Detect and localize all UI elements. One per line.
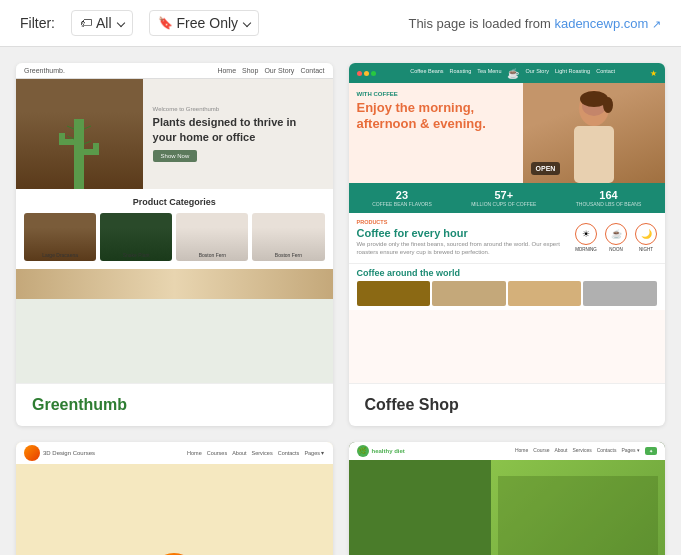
filter-controls: Filter: 🏷 All 🔖 Free Only — [20, 10, 259, 36]
cs-nav-dots — [357, 71, 376, 76]
cs-morning-icon: ☀ MORNING — [575, 223, 597, 252]
coffee-preview-container: Coffee Beans Roasting Tea Menu ☕ Our Sto… — [349, 63, 666, 383]
svg-line-7 — [84, 126, 91, 129]
cs-hero-heading: Enjoy the morning, afternoon & evening. — [357, 100, 515, 131]
gt-hero-heading: Plants designed to thrive in your home o… — [153, 115, 323, 144]
healthy-preview-container: 🌿 healthy diet Home Course About Service… — [349, 442, 666, 555]
coffee-shop-title: Coffee Shop — [365, 396, 459, 413]
cs-hero: With Coffee Enjoy the morning, afternoon… — [349, 83, 666, 183]
hp-nav: 🌿 healthy diet Home Course About Service… — [349, 442, 666, 460]
cs-thumb-2 — [432, 281, 506, 306]
gt-nav: Greenthumb. Home Shop Our Story Contact — [16, 63, 333, 79]
cs-hero-img: OPEN — [523, 83, 665, 183]
chevron-down-icon — [116, 19, 124, 27]
cs-time-icons: ☀ MORNING ☕ NOON 🌙 NIGHT — [575, 223, 657, 252]
svg-rect-10 — [574, 126, 614, 183]
gt-cat-title: Product Categories — [24, 197, 325, 207]
dot-green — [371, 71, 376, 76]
gt-cat-grid: Large Dracaena Snake Plant Boston Fern B… — [24, 213, 325, 261]
svg-line-6 — [67, 136, 74, 139]
card-coffee-shop[interactable]: Coffee Beans Roasting Tea Menu ☕ Our Sto… — [349, 63, 666, 426]
gt-shop-btn: Show Now — [153, 150, 198, 162]
kadence-info: This page is loaded from kadencewp.com ↗ — [408, 14, 661, 32]
cs-middle-title: Coffee for every hour — [357, 227, 576, 239]
kickstart-preview-container: 3D Design Courses Home Courses About Ser… — [16, 442, 333, 555]
template-grid: Greenthumb. Home Shop Our Story Contact — [0, 47, 681, 555]
hp-hero: Eat Healthy – Live Healthy Today — [349, 460, 666, 555]
gt-brand: Greenthumb. — [24, 67, 65, 74]
filter-all-button[interactable]: 🏷 All — [71, 10, 133, 36]
card-kickstart[interactable]: 3D Design Courses Home Courses About Ser… — [16, 442, 333, 555]
svg-rect-28 — [498, 476, 658, 555]
free-only-label: Free Only — [177, 15, 238, 31]
greenthumb-title: Greenthumb — [32, 396, 127, 413]
kadence-link[interactable]: kadencewp.com ↗ — [554, 16, 661, 31]
svg-line-5 — [67, 126, 74, 129]
svg-rect-4 — [93, 143, 99, 155]
gt-hero: Welcome to Greenthumb Plants designed to… — [16, 79, 333, 189]
cs-noon-icon: ☕ NOON — [605, 223, 627, 252]
cs-thumb-1 — [357, 281, 431, 306]
card-greenthumb[interactable]: Greenthumb. Home Shop Our Story Contact — [16, 63, 333, 426]
gt-cat-4: Boston Fern — [252, 213, 324, 261]
all-label: All — [96, 15, 112, 31]
gt-cat-1: Large Dracaena — [24, 213, 96, 261]
gt-cat-2: Snake Plant — [100, 213, 172, 261]
cs-stats: 23 COFFEE BEAN FLAVORS 57+ MILLION CUPS … — [349, 183, 666, 213]
gt-hero-text: Welcome to Greenthumb Plants designed to… — [143, 79, 333, 189]
kickstart-mockup: 3D Design Courses Home Courses About Ser… — [16, 442, 333, 555]
cs-thumb-4 — [583, 281, 657, 306]
cs-image-row — [357, 281, 658, 306]
cs-middle-desc: We provide only the finest beans, source… — [357, 241, 576, 257]
cs-premium-badge: ★ — [650, 69, 657, 78]
svg-rect-2 — [59, 133, 65, 145]
cs-middle: Products Coffee for every hour We provid… — [349, 213, 666, 263]
cs-person-image: OPEN — [523, 83, 665, 183]
greenthumb-mockup: Greenthumb. Home Shop Our Story Contact — [16, 63, 333, 383]
gt-bottom-strip — [16, 269, 333, 299]
cs-subtitle: With Coffee — [357, 91, 515, 97]
greenthumb-preview: Greenthumb. Home Shop Our Story Contact — [16, 63, 333, 383]
external-link-icon: ↗ — [652, 18, 661, 30]
chevron-down-free-icon — [243, 19, 251, 27]
card-healthy[interactable]: 🌿 healthy diet Home Course About Service… — [349, 442, 666, 555]
ks-nav: 3D Design Courses Home Courses About Ser… — [16, 442, 333, 464]
cs-night-icon: 🌙 NIGHT — [635, 223, 657, 252]
healthy-mockup: 🌿 healthy diet Home Course About Service… — [349, 442, 666, 555]
tag-icon: 🏷 — [80, 16, 92, 30]
filter-free-only-button[interactable]: 🔖 Free Only — [149, 10, 259, 36]
coffee-shop-footer: Coffee Shop — [349, 383, 666, 426]
svg-point-13 — [603, 97, 613, 113]
hp-content: Eat Healthy – Live Healthy Today — [349, 460, 491, 555]
dot-yellow — [364, 71, 369, 76]
svg-rect-0 — [74, 119, 84, 189]
top-bar: Filter: 🏷 All 🔖 Free Only This page is l… — [0, 0, 681, 47]
coffee-mockup: Coffee Beans Roasting Tea Menu ☕ Our Sto… — [349, 63, 666, 383]
kadence-prefix: This page is loaded from — [408, 16, 554, 31]
cs-bottom-title: Coffee around the world — [357, 268, 658, 278]
cs-nav-items: Coffee Beans Roasting Tea Menu ☕ Our Sto… — [410, 68, 615, 79]
cs-bottom: Coffee around the world — [349, 263, 666, 310]
filter-label: Filter: — [20, 15, 55, 31]
bookmark-icon: 🔖 — [158, 16, 173, 30]
cs-nav: Coffee Beans Roasting Tea Menu ☕ Our Sto… — [349, 63, 666, 83]
open-badge: OPEN — [531, 162, 561, 175]
cs-stat-1: 23 COFFEE BEAN FLAVORS — [372, 189, 432, 207]
gt-cat-3: Boston Fern — [176, 213, 248, 261]
cs-thumb-3 — [508, 281, 582, 306]
hp-food-img — [491, 460, 665, 555]
gt-categories: Product Categories Large Dracaena Snake … — [16, 189, 333, 269]
gt-hero-image — [16, 79, 143, 189]
greenthumb-footer: Greenthumb — [16, 383, 333, 426]
gt-nav-items: Home Shop Our Story Contact — [217, 67, 324, 74]
cs-hero-text: With Coffee Enjoy the morning, afternoon… — [349, 83, 523, 183]
cs-stat-2: 57+ MILLION CUPS OF COFFEE — [471, 189, 536, 207]
svg-line-8 — [84, 141, 91, 144]
cs-stat-3: 164 THOUSAND LBS OF BEANS — [576, 189, 642, 207]
dot-red — [357, 71, 362, 76]
